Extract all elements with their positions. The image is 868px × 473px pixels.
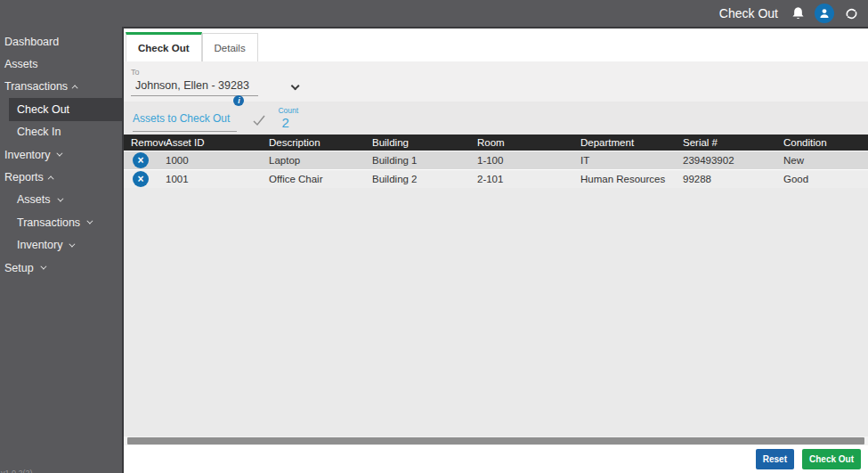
scrollbar-thumb[interactable] bbox=[127, 437, 864, 444]
topbar: Check Out bbox=[0, 0, 868, 27]
chevron-down-icon bbox=[86, 218, 93, 224]
tab-check-out[interactable]: Check Out bbox=[126, 32, 202, 61]
table-row: × 1000 Laptop Building 1 1-100 IT 239493… bbox=[124, 151, 868, 169]
cell-asset-id: 1000 bbox=[166, 155, 269, 166]
cell-description: Laptop bbox=[269, 155, 372, 166]
cell-asset-id: 1001 bbox=[166, 174, 269, 184]
sidebar-item-label: Assets bbox=[17, 193, 51, 206]
column-header-description: Description bbox=[269, 135, 372, 151]
sidebar-item-label: Transactions bbox=[17, 216, 80, 229]
to-field-label: To bbox=[131, 68, 868, 77]
chevron-down-icon bbox=[57, 151, 63, 157]
cell-department: IT bbox=[580, 155, 683, 166]
assets-table: Remove Asset ID Description Building Roo… bbox=[124, 135, 868, 188]
tab-label: Details bbox=[215, 43, 246, 53]
tab-details[interactable]: Details bbox=[202, 33, 258, 61]
sidebar-item-check-out[interactable]: Check Out bbox=[9, 98, 122, 120]
sidebar-item-transactions[interactable]: Transactions bbox=[0, 76, 122, 98]
column-header-department: Department bbox=[580, 135, 683, 151]
sidebar-item-setup[interactable]: Setup bbox=[0, 257, 122, 279]
table-row: × 1001 Office Chair Building 2 2-101 Hum… bbox=[124, 169, 868, 188]
page-title: Check Out bbox=[719, 6, 778, 20]
chevron-down-icon bbox=[40, 264, 46, 270]
sync-arrows-icon bbox=[843, 5, 860, 22]
column-header-building: Building bbox=[372, 135, 477, 151]
cell-condition: New bbox=[783, 155, 868, 166]
sidebar-item-reports-inventory[interactable]: Inventory bbox=[0, 234, 122, 257]
sidebar-item-reports[interactable]: Reports bbox=[0, 166, 122, 188]
app-root: Check Out Dashboard Assets Transac bbox=[0, 0, 868, 473]
cell-room: 1-100 bbox=[477, 155, 580, 166]
sidebar-item-reports-assets[interactable]: Assets bbox=[0, 189, 122, 211]
user-icon bbox=[818, 7, 831, 20]
sidebar-item-label: Setup bbox=[4, 262, 34, 274]
sidebar-item-label: Reports bbox=[4, 171, 44, 183]
table-header-row: Remove Asset ID Description Building Roo… bbox=[124, 135, 868, 151]
sidebar-item-label: Check In bbox=[17, 126, 61, 138]
assets-link-wrap: Assets to Check Out i bbox=[133, 110, 237, 132]
assets-to-check-out-bar: Assets to Check Out i Count 2 bbox=[124, 102, 868, 135]
remove-row-button[interactable]: × bbox=[133, 171, 149, 187]
notifications-bell-icon[interactable] bbox=[791, 6, 806, 21]
count-label: Count bbox=[278, 106, 298, 115]
cell-department: Human Resources bbox=[580, 174, 683, 184]
column-header-remove: Remove bbox=[124, 135, 166, 151]
cell-serial: 99288 bbox=[683, 174, 783, 184]
chevron-down-icon bbox=[57, 195, 63, 201]
sidebar-item-assets[interactable]: Assets bbox=[0, 53, 122, 75]
count-indicator: Count 2 bbox=[278, 106, 298, 130]
sidebar-item-dashboard[interactable]: Dashboard bbox=[0, 30, 122, 53]
to-person-select[interactable]: Johnson, Ellen - 39283 bbox=[131, 78, 258, 96]
cell-building: Building 2 bbox=[372, 174, 477, 184]
sync-icon[interactable] bbox=[843, 5, 860, 22]
sidebar-nav: Dashboard Assets Transactions Check Out … bbox=[0, 27, 122, 473]
cell-building: Building 1 bbox=[372, 155, 477, 166]
count-value: 2 bbox=[278, 115, 298, 130]
cell-condition: Good bbox=[783, 174, 868, 184]
chevron-down-icon bbox=[69, 241, 76, 247]
sidebar-item-label: Dashboard bbox=[4, 36, 59, 48]
tab-label: Check Out bbox=[138, 43, 190, 53]
cell-serial: 239493902 bbox=[683, 155, 783, 166]
check-out-button[interactable]: Check Out bbox=[802, 449, 861, 469]
cell-room: 2-101 bbox=[477, 174, 580, 184]
chevron-down-icon[interactable] bbox=[291, 81, 300, 90]
main-panel: Check Out Details To Johnson, Ellen - 39… bbox=[122, 27, 868, 473]
column-header-room: Room bbox=[477, 135, 580, 151]
chevron-up-icon bbox=[72, 85, 78, 91]
action-bar: Reset Check Out bbox=[124, 445, 868, 473]
sidebar-item-reports-transactions[interactable]: Transactions bbox=[0, 211, 122, 233]
sidebar-item-label: Check Out bbox=[17, 103, 69, 116]
horizontal-scrollbar[interactable] bbox=[124, 436, 868, 445]
sidebar-item-label: Inventory bbox=[17, 239, 62, 251]
column-header-asset-id: Asset ID bbox=[166, 135, 269, 151]
sidebar-item-check-in[interactable]: Check In bbox=[0, 121, 122, 143]
info-icon[interactable]: i bbox=[233, 95, 244, 106]
version-text: v1.0.2(2) bbox=[1, 469, 33, 473]
chevron-up-icon bbox=[47, 175, 53, 182]
bell-icon bbox=[791, 6, 806, 21]
reset-button[interactable]: Reset bbox=[756, 449, 794, 469]
checkmark-icon bbox=[252, 114, 266, 126]
column-header-condition: Condition bbox=[783, 135, 868, 151]
remove-row-button[interactable]: × bbox=[133, 152, 149, 168]
table-empty-area bbox=[124, 188, 868, 436]
assets-to-check-out-link[interactable]: Assets to Check Out bbox=[133, 112, 230, 125]
cell-description: Office Chair bbox=[269, 174, 372, 184]
sidebar-item-label: Inventory bbox=[4, 149, 50, 161]
sidebar-item-inventory[interactable]: Inventory bbox=[0, 143, 122, 166]
user-avatar[interactable] bbox=[815, 4, 834, 23]
sidebar-item-label: Transactions bbox=[4, 80, 68, 93]
sidebar-item-label: Assets bbox=[4, 58, 38, 70]
column-header-serial: Serial # bbox=[683, 135, 783, 151]
tab-strip: Check Out Details bbox=[124, 29, 868, 61]
